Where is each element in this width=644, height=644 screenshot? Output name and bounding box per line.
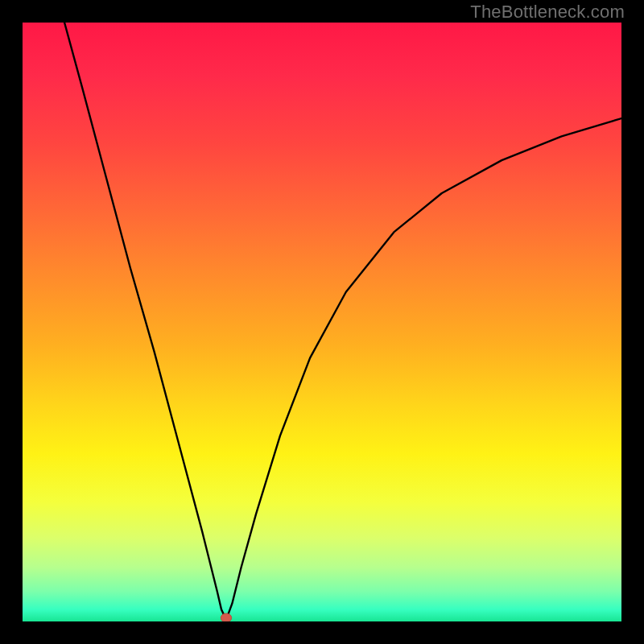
plot-area	[23, 23, 621, 621]
optimum-marker	[221, 613, 231, 621]
chart-frame: TheBottleneck.com	[0, 0, 644, 644]
watermark-text: TheBottleneck.com	[470, 2, 625, 23]
curve-layer	[23, 23, 621, 621]
bottleneck-curve	[64, 23, 621, 620]
